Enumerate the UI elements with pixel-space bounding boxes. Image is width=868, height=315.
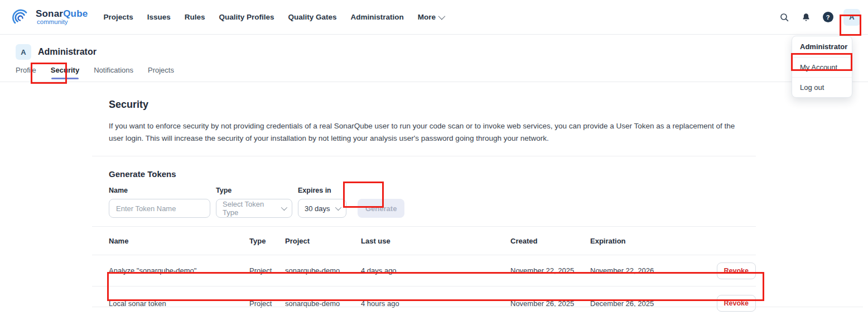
sonarqube-swirl-icon	[12, 7, 32, 28]
security-page-content: Security If you want to enforce security…	[92, 82, 756, 315]
nav-item-administration[interactable]: Administration	[351, 13, 404, 21]
token-expires-value: 30 days	[305, 204, 330, 213]
security-heading: Security	[109, 99, 756, 111]
token-type-value: Select Token Type	[223, 200, 281, 217]
tab-projects[interactable]: Projects	[148, 66, 174, 77]
help-icon[interactable]: ?	[822, 11, 834, 23]
generate-tokens-heading: Generate Tokens	[109, 169, 756, 179]
account-avatar: A	[16, 44, 31, 60]
chevron-down-icon	[438, 13, 446, 20]
tokens-table-header: Name Type Project Last use Created Expir…	[92, 227, 756, 255]
column-header-expiration: Expiration	[590, 237, 719, 245]
user-dropdown-username: Administrator	[792, 36, 852, 58]
revoke-button[interactable]: Revoke	[717, 295, 756, 312]
logo-wordmark: SonarQube community	[36, 9, 88, 26]
logo-sonar-text: Sonar	[36, 8, 63, 19]
section-divider	[92, 156, 756, 156]
nav-item-more[interactable]: More	[418, 13, 443, 21]
menu-item-my-account[interactable]: My Account	[792, 58, 852, 77]
page-title: Administrator	[38, 47, 97, 57]
user-dropdown-menu: Administrator My Account Log out	[792, 36, 852, 98]
logo-edition-text: community	[37, 19, 88, 26]
token-expiration-cell: November 22, 2026	[590, 266, 719, 275]
token-type-label: Type	[216, 187, 292, 194]
token-name-cell: Analyze "sonarqube-demo"	[109, 266, 249, 275]
token-name-label: Name	[109, 187, 210, 194]
nav-item-issues[interactable]: Issues	[147, 13, 171, 21]
sonarqube-logo[interactable]: SonarQube community	[12, 7, 88, 28]
column-header-type: Type	[249, 237, 285, 245]
token-project-cell: sonarqube-demo	[285, 266, 361, 275]
menu-item-log-out[interactable]: Log out	[792, 77, 852, 97]
account-identity: A Administrator	[16, 44, 97, 60]
nav-item-quality-profiles[interactable]: Quality Profiles	[219, 13, 274, 21]
nav-more-label: More	[418, 13, 436, 21]
generate-token-form: Name Type Select Token Type Expires in 3…	[109, 187, 756, 218]
content-bottom-divider	[92, 307, 863, 307]
search-icon[interactable]	[778, 11, 790, 23]
table-row: Analyze "sonarqube-demo" Project sonarqu…	[92, 255, 756, 287]
security-description: If you want to enforce security by not p…	[109, 120, 739, 145]
logo-qube-text: Qube	[63, 8, 88, 19]
account-tabs: Profile Security Notifications Projects	[16, 66, 174, 77]
column-header-created: Created	[510, 237, 590, 245]
tab-notifications[interactable]: Notifications	[94, 66, 133, 77]
revoke-button[interactable]: Revoke	[717, 262, 756, 279]
table-row: Local sonar token Project sonarqube-demo…	[92, 287, 756, 315]
tab-security[interactable]: Security	[51, 66, 79, 77]
token-type-cell: Project	[249, 266, 285, 275]
nav-item-rules[interactable]: Rules	[185, 13, 205, 21]
token-created-cell: November 22, 2025	[510, 266, 590, 275]
help-glyph: ?	[823, 12, 833, 22]
token-name-input[interactable]	[109, 199, 210, 218]
notifications-bell-icon[interactable]	[800, 11, 812, 23]
token-expires-label: Expires in	[298, 187, 346, 194]
top-navbar: SonarQube community Projects Issues Rule…	[0, 0, 868, 35]
generate-button[interactable]: Generate	[358, 199, 404, 218]
nav-item-quality-gates[interactable]: Quality Gates	[288, 13, 337, 21]
column-header-name: Name	[109, 237, 249, 245]
nav-item-projects[interactable]: Projects	[103, 13, 133, 21]
main-navigation: Projects Issues Rules Quality Profiles Q…	[103, 13, 443, 21]
chevron-down-icon	[281, 204, 287, 211]
column-header-last-use: Last use	[361, 237, 510, 245]
chevron-down-icon	[335, 204, 341, 211]
column-header-project: Project	[285, 237, 361, 245]
token-expires-select[interactable]: 30 days	[298, 199, 346, 218]
tab-profile[interactable]: Profile	[16, 66, 36, 77]
token-last-use-cell: 4 days ago	[361, 266, 510, 275]
user-avatar-button[interactable]: A	[843, 9, 860, 26]
topbar-actions: ? A	[778, 9, 868, 26]
account-page-header: A Administrator Profile Security Notific…	[0, 35, 868, 82]
token-type-select[interactable]: Select Token Type	[216, 199, 292, 218]
